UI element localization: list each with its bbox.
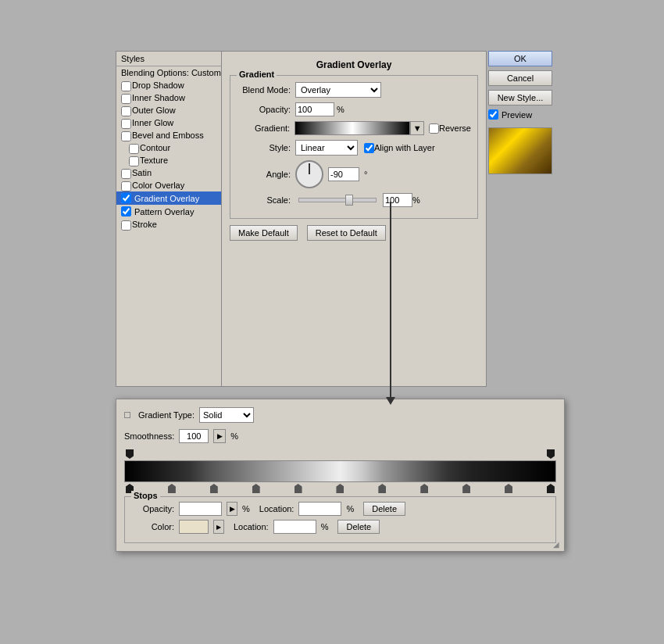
scale-unit: %: [412, 195, 420, 205]
stops-color-loc-unit: %: [321, 522, 329, 531]
stops-section: Stops Opacity: ▶ % Location: % Delete Co…: [124, 496, 556, 543]
gradient-section-label: Gradient: [237, 70, 277, 79]
styles-panel-title: Styles: [116, 52, 221, 66]
reverse-label: Reverse: [439, 123, 471, 133]
smoothness-input[interactable]: [179, 429, 209, 443]
style-item-color-overlay[interactable]: Color Overlay: [116, 179, 221, 191]
texture-checkbox[interactable]: [129, 156, 139, 166]
color-stop-4[interactable]: [295, 484, 302, 493]
inner-shadow-checkbox[interactable]: [121, 94, 131, 104]
new-style-button[interactable]: New Style...: [488, 90, 552, 106]
stops-opacity-location-input[interactable]: [298, 502, 341, 516]
angle-knob-container: °: [295, 160, 367, 188]
scale-thumb[interactable]: [345, 195, 353, 206]
angle-knob-line: [309, 163, 310, 174]
align-layer-checkbox[interactable]: [364, 143, 374, 153]
preview-label: Preview: [502, 110, 532, 120]
pattern-overlay-checkbox[interactable]: [121, 206, 131, 216]
drop-shadow-checkbox[interactable]: [121, 81, 131, 91]
color-stop-7[interactable]: [420, 484, 428, 493]
gradient-editor-panel: Gradient Type: Solid Noise Smoothness: ▶…: [116, 399, 565, 552]
satin-checkbox[interactable]: [121, 169, 131, 179]
scale-input[interactable]: [383, 193, 412, 207]
style-item-pattern-overlay[interactable]: Pattern Overlay: [116, 205, 221, 218]
style-item-drop-shadow[interactable]: Drop Shadow: [116, 79, 221, 91]
blend-mode-row: Blend Mode: Overlay: [237, 82, 471, 98]
style-item-stroke[interactable]: Stroke: [116, 218, 221, 231]
stroke-checkbox[interactable]: [121, 220, 131, 231]
smoothness-increment-btn[interactable]: ▶: [213, 429, 226, 443]
scale-slider[interactable]: [298, 198, 377, 202]
gradient-overlay-checkbox[interactable]: [121, 193, 131, 203]
color-stop-1[interactable]: [168, 484, 176, 493]
style-item-outer-glow[interactable]: Outer Glow: [116, 104, 221, 116]
stops-opacity-loc-unit: %: [346, 504, 354, 513]
stops-opacity-input[interactable]: [179, 502, 222, 516]
style-item-inner-shadow[interactable]: Inner Shadow: [116, 91, 221, 104]
panel-section-title: Gradient Overlay: [316, 59, 392, 70]
opacity-label: Opacity:: [237, 105, 295, 114]
angle-row: Angle: °: [237, 160, 471, 188]
action-buttons-panel: OK Cancel New Style... Preview: [488, 51, 559, 166]
stops-color-location-input[interactable]: [273, 520, 316, 534]
smoothness-row: Smoothness: ▶ %: [124, 429, 556, 443]
opacity-stop-left[interactable]: [126, 449, 134, 459]
style-item-texture[interactable]: Texture: [116, 154, 221, 166]
outer-glow-checkbox[interactable]: [121, 106, 131, 116]
gradient-type-select[interactable]: Solid Noise: [199, 407, 254, 423]
angle-knob[interactable]: [295, 160, 323, 188]
stops-opacity-delete-btn[interactable]: Delete: [363, 502, 405, 516]
gradient-type-icon: [124, 412, 130, 418]
blend-mode-select[interactable]: Overlay: [295, 82, 381, 98]
preview-thumbnail: [488, 127, 552, 174]
ok-button[interactable]: OK: [488, 51, 552, 66]
color-stop-6[interactable]: [378, 484, 386, 493]
reverse-checkbox[interactable]: [429, 123, 439, 134]
connector-arrow: [390, 202, 391, 399]
make-default-button[interactable]: Make Default: [230, 225, 298, 241]
inner-glow-checkbox[interactable]: [121, 119, 131, 129]
color-swatch[interactable]: [179, 520, 209, 534]
gradient-main-bar[interactable]: [124, 460, 556, 482]
stops-color-location-label: Location:: [234, 522, 269, 531]
stops-color-row: Color: ▶ Location: % Delete: [131, 520, 549, 534]
blend-mode-label: Blend Mode:: [237, 85, 295, 95]
color-overlay-checkbox[interactable]: [121, 181, 131, 191]
color-stop-8[interactable]: [462, 484, 470, 493]
resize-handle[interactable]: ◢: [553, 540, 562, 549]
angle-unit: °: [364, 170, 367, 179]
stops-color-delete-btn[interactable]: Delete: [337, 520, 380, 534]
bevel-emboss-checkbox[interactable]: [121, 131, 131, 141]
gradient-dropdown-btn[interactable]: ▼: [410, 121, 424, 135]
color-arrow-btn[interactable]: ▶: [213, 520, 224, 534]
stops-opacity-btn[interactable]: ▶: [227, 502, 237, 516]
opacity-stops-row: [124, 449, 556, 459]
color-stop-9[interactable]: [505, 484, 512, 493]
color-stop-5[interactable]: [336, 484, 344, 493]
gradient-preview[interactable]: [295, 121, 410, 135]
color-stop-3[interactable]: [252, 484, 260, 493]
reset-default-button[interactable]: Reset to Default: [307, 225, 386, 241]
opacity-row: Opacity: %: [237, 102, 471, 116]
preview-checkbox[interactable]: [488, 109, 498, 120]
style-select[interactable]: Linear: [295, 140, 358, 156]
cancel-button[interactable]: Cancel: [488, 70, 552, 86]
stops-opacity-label: Opacity:: [131, 504, 174, 513]
stops-opacity-unit: %: [242, 504, 250, 513]
style-item-satin[interactable]: Satin: [116, 166, 221, 179]
style-item-gradient-overlay[interactable]: Gradient Overlay: [116, 191, 221, 205]
style-item-bevel-emboss[interactable]: Bevel and Emboss: [116, 129, 221, 141]
opacity-input[interactable]: [295, 102, 334, 116]
style-item-inner-glow[interactable]: Inner Glow: [116, 116, 221, 129]
gradient-label: Gradient:: [237, 123, 295, 133]
opacity-unit: %: [337, 105, 344, 114]
contour-checkbox[interactable]: [129, 144, 139, 154]
color-stop-10[interactable]: [547, 484, 555, 493]
color-stop-2[interactable]: [210, 484, 218, 493]
angle-input[interactable]: [328, 167, 359, 181]
opacity-stop-right[interactable]: [547, 449, 555, 459]
preview-row: Preview: [488, 109, 559, 120]
stops-color-label: Color:: [131, 522, 174, 531]
style-item-blending[interactable]: Blending Options: Custom: [116, 66, 221, 79]
style-item-contour[interactable]: Contour: [116, 141, 221, 154]
